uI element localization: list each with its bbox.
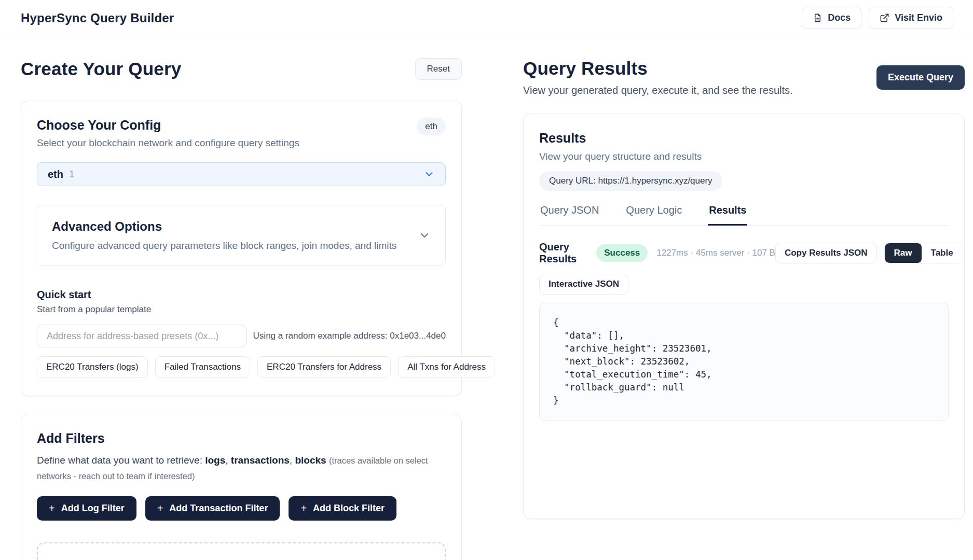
filters-card-title: Add Filters: [37, 431, 446, 446]
preset-chip[interactable]: Failed Transactions: [155, 356, 250, 378]
config-card: Choose Your Config Select your blockchai…: [21, 101, 462, 396]
reset-button[interactable]: Reset: [415, 58, 462, 80]
filters-description-part: ,: [290, 455, 295, 466]
plus-icon: +: [49, 503, 55, 513]
chevron-down-icon: [423, 169, 435, 180]
query-stats: 1227ms · 45ms server · 107 B: [656, 248, 775, 258]
filters-description-part: ,: [225, 455, 231, 466]
network-dropdown-value: eth: [48, 169, 63, 180]
interactive-json-button[interactable]: Interactive JSON: [539, 274, 628, 295]
query-results-subtitle: View your generated query, execute it, a…: [523, 85, 793, 96]
header-actions: Docs Visit Envio: [802, 7, 953, 29]
address-hint: Using a random example address: 0x1e03..…: [253, 331, 446, 341]
filters-description-part: Define what data you want to retrieve:: [37, 455, 205, 466]
results-card: Results View your query structure and re…: [523, 114, 965, 519]
tab-results[interactable]: Results: [708, 204, 747, 226]
filters-description-part: transactions: [231, 455, 290, 466]
external-link-icon: [880, 13, 889, 23]
network-badge: eth: [417, 118, 446, 135]
network-dropdown[interactable]: eth 1: [37, 162, 446, 186]
app-header: HyperSync Query Builder Docs Visit Envio: [0, 0, 973, 36]
docs-button[interactable]: Docs: [802, 7, 861, 29]
copy-results-json-button[interactable]: Copy Results JSON: [775, 243, 877, 263]
filters-description: Define what data you want to retrieve: l…: [37, 453, 446, 484]
advanced-options-title: Advanced Options: [52, 219, 396, 234]
visit-envio-button-label: Visit Envio: [895, 12, 942, 23]
status-badge: Success: [596, 244, 648, 262]
docs-button-label: Docs: [828, 12, 851, 23]
execute-query-button[interactable]: Execute Query: [876, 65, 965, 90]
tab-query-json[interactable]: Query JSON: [539, 204, 600, 226]
results-panel: Query Results Success 1227ms · 45ms serv…: [524, 226, 964, 421]
add-filter-button-label: Add Log Filter: [61, 503, 125, 514]
config-card-subtitle: Select your blockchain network and confi…: [37, 137, 299, 149]
preset-chip-row: ERC20 Transfers (logs)Failed Transaction…: [37, 356, 446, 378]
add-filter-button-label: Add Block Filter: [313, 503, 385, 514]
plus-icon: +: [157, 503, 163, 513]
query-results-title: Query Results: [523, 58, 793, 79]
quick-start-subtitle: Start from a popular template: [37, 304, 446, 315]
view-toggle-raw[interactable]: Raw: [885, 243, 922, 263]
query-builder-column: Create Your Query Reset Choose Your Conf…: [21, 58, 462, 560]
add-filter-button-row: +Add Log Filter+Add Transaction Filter+A…: [37, 496, 446, 521]
results-card-title: Results: [539, 131, 949, 146]
filters-description-part: logs: [205, 455, 225, 466]
query-results-column: Query Results View your generated query,…: [523, 58, 965, 560]
filters-card: Add Filters Define what data you want to…: [21, 414, 462, 560]
tab-query-logic[interactable]: Query Logic: [625, 204, 683, 226]
results-panel-label: Query Results: [539, 241, 577, 265]
add-filter-button-label: Add Transaction Filter: [169, 503, 268, 514]
chevron-down-icon: [418, 229, 431, 242]
app-title: HyperSync Query Builder: [21, 11, 174, 25]
plus-icon: +: [300, 503, 307, 513]
config-card-title: Choose Your Config: [37, 118, 299, 133]
preset-chip[interactable]: ERC20 Transfers for Address: [257, 356, 391, 378]
view-toggle: RawTable: [884, 243, 963, 263]
filters-description-part: blocks: [295, 455, 326, 466]
add-filter-button[interactable]: +Add Log Filter: [37, 496, 136, 521]
network-chain-id: 1: [69, 169, 75, 180]
document-icon: [813, 13, 823, 23]
filters-empty-state: No filters added yet: [37, 542, 446, 560]
query-url-badge: Query URL: https://1.hypersync.xyz/query: [539, 171, 722, 191]
address-input[interactable]: [37, 325, 246, 347]
advanced-options-subtitle: Configure advanced query parameters like…: [52, 240, 396, 251]
quick-start-title: Quick start: [37, 289, 446, 301]
preset-chip[interactable]: ERC20 Transfers (logs): [37, 356, 148, 378]
advanced-options-toggle[interactable]: Advanced Options Configure advanced quer…: [37, 205, 446, 266]
view-toggle-table[interactable]: Table: [922, 243, 963, 263]
add-filter-button[interactable]: +Add Transaction Filter: [145, 496, 280, 521]
add-filter-button[interactable]: +Add Block Filter: [289, 496, 396, 521]
results-tabs: Query JSONQuery LogicResults: [539, 204, 949, 226]
json-results-box: { "data": [], "archive_height": 23523601…: [539, 303, 949, 421]
json-results-content: { "data": [], "archive_height": 23523601…: [553, 316, 935, 407]
visit-envio-button[interactable]: Visit Envio: [869, 7, 953, 29]
create-query-title: Create Your Query: [21, 59, 181, 79]
results-card-subtitle: View your query structure and results: [539, 151, 949, 162]
preset-chip[interactable]: All Txns for Address: [398, 356, 495, 378]
